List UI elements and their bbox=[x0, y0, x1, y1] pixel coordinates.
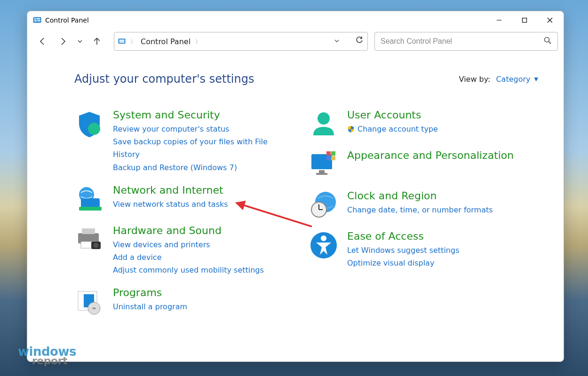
category-title[interactable]: Appearance and Personalization bbox=[347, 149, 514, 161]
view-by-label: View by: bbox=[459, 75, 491, 84]
category-title[interactable]: Clock and Region bbox=[347, 190, 493, 202]
uac-shield-icon bbox=[347, 125, 355, 133]
category-network-internet: Network and Internet View network status… bbox=[74, 184, 304, 214]
svg-rect-17 bbox=[79, 207, 102, 211]
svg-text:L: L bbox=[318, 204, 320, 207]
category-ease-of-access: Ease of Access Let Windows suggest setti… bbox=[309, 230, 538, 269]
svg-rect-33 bbox=[326, 156, 331, 160]
svg-rect-19 bbox=[82, 228, 95, 234]
page-title: Adjust your computer's settings bbox=[74, 72, 254, 86]
category-link[interactable]: Optimize visual display bbox=[347, 257, 459, 269]
history-dropdown-button[interactable] bbox=[334, 37, 340, 46]
watermark: windows report bbox=[18, 346, 76, 366]
category-title[interactable]: System and Security bbox=[113, 109, 268, 121]
search-icon[interactable] bbox=[543, 36, 552, 47]
svg-point-12 bbox=[545, 38, 549, 42]
category-link[interactable]: Review your computer's status bbox=[113, 123, 268, 135]
category-link[interactable]: Change account type bbox=[347, 123, 438, 135]
category-link[interactable]: Backup and Restore (Windows 7) bbox=[113, 161, 268, 174]
category-title[interactable]: User Accounts bbox=[347, 109, 438, 121]
back-button[interactable] bbox=[33, 33, 52, 50]
forward-button[interactable] bbox=[54, 33, 72, 50]
category-title[interactable]: Hardware and Sound bbox=[113, 225, 264, 236]
control-panel-icon bbox=[33, 16, 41, 24]
category-user-accounts: User Accounts Change account type bbox=[309, 109, 538, 139]
category-appearance: Appearance and Personalization bbox=[309, 149, 538, 180]
category-link[interactable]: Change date, time, or number formats bbox=[347, 204, 493, 216]
svg-rect-6 bbox=[523, 18, 527, 23]
category-link[interactable]: Add a device bbox=[113, 251, 264, 264]
close-button[interactable] bbox=[539, 13, 561, 28]
breadcrumb-item[interactable]: Control Panel bbox=[141, 37, 191, 46]
svg-rect-4 bbox=[38, 20, 40, 21]
programs-icon bbox=[74, 287, 104, 317]
user-icon bbox=[309, 109, 339, 139]
address-bar[interactable]: 〉 Control Panel 〉 bbox=[114, 32, 368, 51]
search-box[interactable] bbox=[374, 32, 558, 51]
category-link[interactable]: View network status and tasks bbox=[113, 198, 228, 211]
control-panel-window: Control Panel 〉 Contr bbox=[27, 11, 564, 362]
svg-rect-30 bbox=[316, 173, 327, 175]
svg-rect-1 bbox=[34, 18, 36, 19]
category-link[interactable]: View devices and printers bbox=[113, 238, 264, 251]
category-programs: Programs Uninstall a program bbox=[74, 287, 304, 317]
svg-point-22 bbox=[94, 243, 98, 248]
category-system-security: System and Security Review your computer… bbox=[74, 109, 304, 174]
category-hardware-sound: Hardware and Sound View devices and prin… bbox=[74, 225, 304, 277]
svg-line-13 bbox=[549, 42, 551, 44]
category-link[interactable]: Let Windows suggest settings bbox=[347, 244, 459, 257]
clock-icon: L bbox=[309, 190, 339, 220]
svg-rect-9 bbox=[119, 39, 125, 44]
view-by-control[interactable]: View by: Category ▼ bbox=[459, 75, 538, 84]
window-title: Control Panel bbox=[45, 16, 485, 24]
shield-icon bbox=[74, 109, 104, 139]
svg-rect-34 bbox=[331, 156, 335, 160]
category-title[interactable]: Network and Internet bbox=[113, 184, 228, 196]
category-title[interactable]: Ease of Access bbox=[347, 230, 459, 242]
minimize-button[interactable] bbox=[488, 13, 510, 28]
svg-point-27 bbox=[318, 112, 330, 125]
category-link-text: Change account type bbox=[358, 123, 438, 135]
chevron-down-icon: ▼ bbox=[534, 76, 538, 82]
appearance-icon bbox=[309, 149, 339, 180]
svg-rect-0 bbox=[33, 17, 41, 23]
svg-rect-32 bbox=[331, 151, 335, 156]
refresh-button[interactable] bbox=[355, 36, 364, 47]
content-area: Adjust your computer's settings View by:… bbox=[27, 54, 564, 361]
view-by-value[interactable]: Category bbox=[496, 75, 530, 84]
accessibility-icon bbox=[309, 230, 339, 260]
up-button[interactable] bbox=[87, 33, 106, 50]
maximize-button[interactable] bbox=[514, 13, 535, 28]
network-icon bbox=[74, 184, 104, 214]
category-title[interactable]: Programs bbox=[113, 287, 187, 298]
recent-locations-button[interactable] bbox=[74, 33, 86, 50]
category-clock-region: L Clock and Region Change date, time, or… bbox=[309, 190, 538, 220]
navigation-row: 〉 Control Panel 〉 bbox=[27, 29, 564, 54]
titlebar: Control Panel bbox=[27, 11, 564, 29]
search-input[interactable] bbox=[381, 37, 540, 46]
svg-rect-2 bbox=[37, 18, 40, 19]
svg-rect-3 bbox=[34, 20, 37, 21]
svg-rect-31 bbox=[326, 151, 331, 156]
category-link[interactable]: Adjust commonly used mobility settings bbox=[113, 264, 264, 276]
breadcrumb-separator: 〉 bbox=[130, 38, 136, 46]
category-link[interactable]: Save backup copies of your files with Fi… bbox=[113, 135, 268, 161]
svg-rect-11 bbox=[119, 41, 125, 43]
breadcrumb-separator: 〉 bbox=[195, 38, 201, 46]
svg-point-26 bbox=[92, 307, 96, 309]
svg-point-41 bbox=[321, 235, 326, 241]
printer-icon bbox=[74, 225, 104, 255]
svg-rect-10 bbox=[119, 39, 125, 41]
control-panel-icon bbox=[118, 38, 126, 45]
category-link[interactable]: Uninstall a program bbox=[113, 300, 187, 313]
svg-point-14 bbox=[88, 123, 100, 135]
svg-rect-29 bbox=[319, 170, 325, 173]
